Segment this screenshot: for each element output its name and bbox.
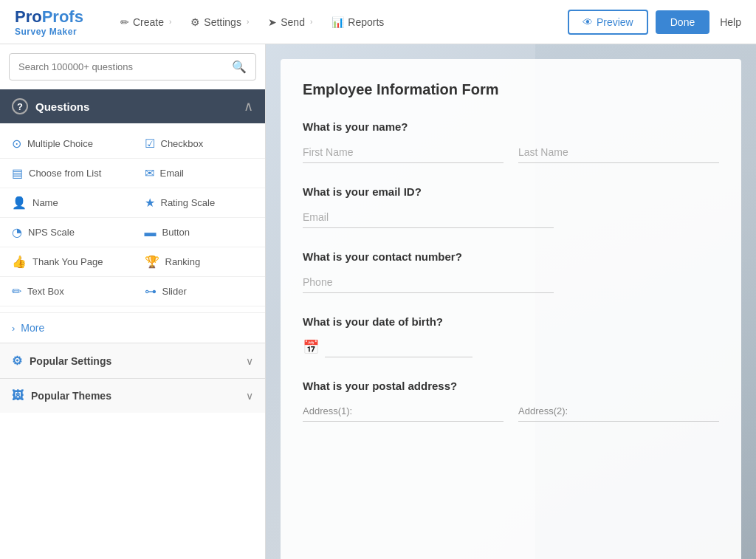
chevron-settings-icon: › [247,18,249,26]
more-chevron-icon: › [12,323,15,334]
logo: ProProfs Survey Maker [15,7,83,37]
question-label-email: What is your email ID? [303,185,719,198]
question-name: What is your name? First Name Last Name [303,120,719,163]
more-row[interactable]: › More [0,312,265,343]
nav-send[interactable]: ➤ Send › [261,12,320,32]
name-fields-row: First Name Last Name [303,142,719,163]
email-field[interactable]: Email [303,207,554,228]
nav-items: ✏ Create › ⚙ Settings › ➤ Send › 📊 Repor… [113,12,568,32]
nav-settings[interactable]: ⚙ Settings › [183,12,256,32]
question-dob: What is your date of birth? 📅 [303,315,719,357]
qt-nps-scale[interactable]: ◔ NPS Scale [0,218,133,247]
qt-multiple-choice[interactable]: ⊙ Multiple Choice [0,129,133,159]
questions-label: Questions [35,100,89,113]
eye-icon: 👁 [583,16,593,28]
qt-button[interactable]: ▬ Button [133,218,266,247]
rating-icon: ★ [145,196,155,210]
send-icon: ➤ [268,16,277,28]
qt-choose-from-list[interactable]: ▤ Choose from List [0,159,133,188]
address-fields-row: Address(1): Address(2): [303,401,719,422]
qt-email[interactable]: ✉ Email [133,159,266,188]
chart-icon: 📊 [331,16,344,28]
logo-text: ProProfs [15,7,83,27]
chevron-create-icon: › [169,18,171,26]
questions-toggle-icon[interactable]: ∧ [244,98,253,114]
themes-chevron-icon: ∨ [246,390,253,402]
help-link[interactable]: Help [720,16,741,28]
left-panel: 🔍 ? Questions ∧ ⊙ Multiple Choice ☑ Chec… [0,44,266,559]
slider-icon: ⊶ [145,284,157,298]
qt-thank-you-page[interactable]: 👍 Thank You Page [0,247,133,277]
nav-right: 👁 Preview Done Help [568,10,741,35]
calendar-icon[interactable]: 📅 [303,339,319,355]
button-icon: ▬ [145,226,157,239]
qt-checkbox[interactable]: ☑ Checkbox [133,129,266,159]
search-input[interactable] [18,61,226,72]
gear-icon: ⚙ [190,16,200,28]
chevron-send-icon: › [310,18,312,26]
question-label-address: What is your postal address? [303,380,719,392]
choose-list-icon: ▤ [12,166,23,180]
address2-field[interactable]: Address(2): [518,401,719,422]
nav-create[interactable]: ✏ Create › [113,12,179,32]
last-name-field[interactable]: Last Name [518,142,719,163]
form-title: Employee Information Form [303,81,719,98]
qt-text-box[interactable]: ✏ Text Box [0,277,133,306]
qt-slider[interactable]: ⊶ Slider [133,277,266,306]
qt-ranking[interactable]: 🏆 Ranking [133,247,266,277]
popular-themes-header[interactable]: 🖼 Popular Themes ∨ [0,379,265,413]
settings-chevron-icon: ∨ [246,355,253,367]
question-types-grid: ⊙ Multiple Choice ☑ Checkbox ▤ Choose fr… [0,123,265,312]
email-icon: ✉ [145,166,154,180]
search-icon[interactable]: 🔍 [232,60,247,74]
popular-themes-section: 🖼 Popular Themes ∨ [0,378,265,413]
first-name-field[interactable]: First Name [303,142,504,163]
address1-field[interactable]: Address(1): [303,401,504,422]
question-label-dob: What is your date of birth? [303,315,719,328]
qt-name[interactable]: 👤 Name [0,188,133,218]
question-label-name: What is your name? [303,120,719,133]
question-circle-icon: ? [12,98,28,114]
right-content: Employee Information Form What is your n… [266,44,756,559]
form-container: Employee Information Form What is your n… [281,59,741,559]
settings-gear-icon: ⚙ [12,354,22,368]
phone-field[interactable]: Phone [303,272,554,293]
pencil-icon: ✏ [120,16,129,28]
question-email: What is your email ID? Email [303,185,719,228]
thank-you-icon: 👍 [12,255,27,269]
popular-settings-header[interactable]: ⚙ Popular Settings ∨ [0,343,265,378]
question-phone: What is your contact number? Phone [303,250,719,293]
questions-section-header[interactable]: ? Questions ∧ [0,89,265,123]
main-layout: 🔍 ? Questions ∧ ⊙ Multiple Choice ☑ Chec… [0,44,756,559]
dob-input[interactable] [325,337,472,357]
checkbox-icon: ☑ [145,137,155,151]
textbox-icon: ✏ [12,284,21,298]
logo-subtitle: Survey Maker [15,27,83,37]
done-button[interactable]: Done [656,10,709,34]
top-navigation: ProProfs Survey Maker ✏ Create › ⚙ Setti… [0,0,756,44]
name-icon: 👤 [12,196,27,210]
dob-field-wrap: 📅 [303,337,719,357]
preview-button[interactable]: 👁 Preview [568,10,648,35]
qt-rating-scale[interactable]: ★ Rating Scale [133,188,266,218]
search-bar: 🔍 [9,53,256,80]
question-address: What is your postal address? Address(1):… [303,380,719,422]
nav-reports[interactable]: 📊 Reports [324,12,391,32]
nps-icon: ◔ [12,225,22,239]
question-label-phone: What is your contact number? [303,250,719,263]
ranking-icon: 🏆 [145,255,159,269]
multiple-choice-icon: ⊙ [12,137,21,151]
popular-settings-section: ⚙ Popular Settings ∨ [0,343,265,378]
themes-icon: 🖼 [12,389,24,402]
